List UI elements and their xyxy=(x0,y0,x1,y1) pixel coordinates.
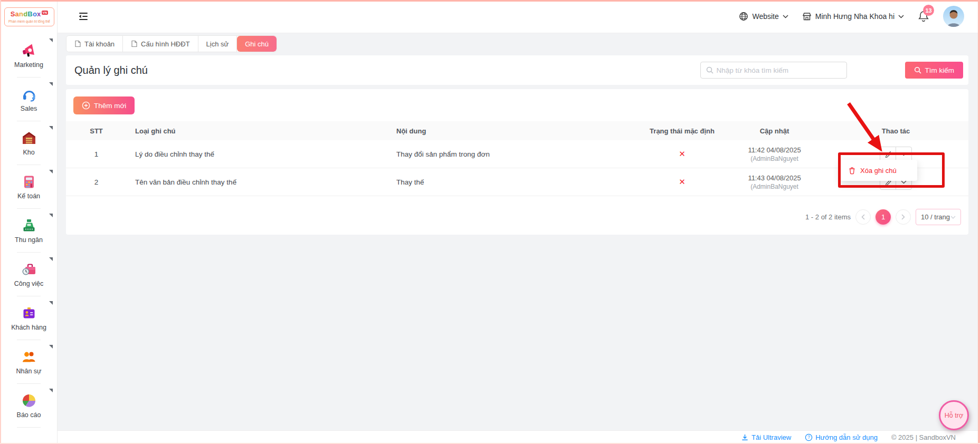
search-button[interactable]: Tìm kiếm xyxy=(905,62,964,79)
support-button[interactable]: Hỗ trợ xyxy=(939,400,969,430)
website-menu-label: Website xyxy=(752,12,778,21)
tab-label: Ghi chú xyxy=(245,40,269,48)
prev-page-button[interactable] xyxy=(855,209,871,225)
sidebar-item-bao-cao[interactable]: Báo cáo xyxy=(0,384,58,428)
sidebar-item-label: Thu ngân xyxy=(15,236,43,244)
table-row: 2 Tên văn bản điều chỉnh thay thế Thay t… xyxy=(66,168,968,196)
column-header-stt: STT xyxy=(66,127,127,135)
brand-logo[interactable]: SandBoxVN Phần mềm quản trị tổng thể xyxy=(4,7,54,26)
sidebar-item-label: Kho xyxy=(23,149,34,156)
add-new-button[interactable]: Thêm mới xyxy=(73,96,135,114)
not-default-x-icon: ✕ xyxy=(679,149,686,158)
sidebar-item-label: Công việc xyxy=(14,280,44,287)
megaphone-icon xyxy=(21,43,37,59)
chevron-left-icon xyxy=(861,214,865,220)
sidebar-item-thu-ngan[interactable]: Thu ngân xyxy=(0,209,58,253)
svg-text:?: ? xyxy=(807,435,810,440)
page-header-card: Quản lý ghi chú Tìm kiếm xyxy=(66,55,968,85)
cell-updated-by: (AdminBaNguyet xyxy=(726,182,823,191)
pencil-icon xyxy=(884,150,892,158)
chevron-down-icon xyxy=(950,216,956,219)
tab-ghi-chu[interactable]: Ghi chú xyxy=(237,36,277,52)
notes-card: Thêm mới STT Loại ghi chú Nội dung Trạng… xyxy=(66,89,968,235)
id-card-icon xyxy=(21,305,37,321)
user-guide-link[interactable]: ? Hướng dẫn sử dụng xyxy=(805,433,878,441)
not-default-x-icon: ✕ xyxy=(679,177,686,186)
sidebar-item-kho[interactable]: Kho xyxy=(0,121,58,165)
trash-icon xyxy=(848,167,856,175)
pagination: 1 - 2 of 2 items 1 10 / trang xyxy=(66,209,961,225)
search-input[interactable] xyxy=(717,66,841,74)
sidebar-item-sales[interactable]: Sales xyxy=(0,78,58,121)
corner-marker-icon xyxy=(49,170,53,173)
brand-badge: VN xyxy=(42,11,49,15)
topbar: Website Minh Hưng Nha Khoa hi 13 xyxy=(58,0,980,33)
cell-note-type: Lý do điều chỉnh thay thế xyxy=(127,150,388,158)
pagination-summary: 1 - 2 of 2 items xyxy=(805,213,851,221)
download-ultraview-link[interactable]: Tải Ultraview xyxy=(741,433,791,441)
sidebar-item-label: Kế toán xyxy=(17,192,40,200)
sidebar-item-label: Sales xyxy=(21,105,37,112)
corner-marker-icon xyxy=(49,257,53,261)
chevron-down-icon xyxy=(901,152,907,156)
cash-register-icon xyxy=(21,218,37,234)
tab-tai-khoan[interactable]: Tài khoản xyxy=(66,36,123,52)
sidebar-item-label: Marketing xyxy=(14,61,43,69)
chevron-right-icon xyxy=(901,214,905,220)
sidebar-item-khach-hang[interactable]: Khách hàng xyxy=(0,296,58,340)
main-content: Tài khoản Cấu hình HĐĐT Lịch sử Ghi chú … xyxy=(58,33,980,444)
page-size-select[interactable]: 10 / trang xyxy=(916,209,961,225)
sidebar-item-cong-viec[interactable]: Công việc xyxy=(0,253,58,296)
download-icon xyxy=(741,433,749,441)
chevron-down-icon xyxy=(898,15,904,18)
avatar[interactable] xyxy=(943,6,964,27)
cell-note-type: Tên văn bản điều chỉnh thay thế xyxy=(127,178,388,186)
cell-stt: 1 xyxy=(66,150,127,158)
search-icon xyxy=(706,66,713,74)
delete-note-menu-item[interactable]: Xóa ghi chú xyxy=(860,167,897,175)
sidebar-item-label: Báo cáo xyxy=(17,411,41,419)
corner-marker-icon xyxy=(49,301,53,305)
store-menu-label: Minh Hưng Nha Khoa hi xyxy=(815,12,895,21)
column-header-trang-thai: Trạng thái mặc định xyxy=(639,127,726,135)
cell-content: Thay thế xyxy=(388,178,639,186)
next-page-button[interactable] xyxy=(896,209,911,225)
page-size-value: 10 / trang xyxy=(921,213,950,221)
tab-label: Lịch sử xyxy=(206,40,229,48)
notification-badge: 13 xyxy=(923,5,934,16)
tab-cau-hinh-hddt[interactable]: Cấu hình HĐĐT xyxy=(123,36,198,52)
website-menu[interactable]: Website xyxy=(739,12,788,21)
column-header-thao-tac: Thao tác xyxy=(823,127,968,135)
people-icon xyxy=(21,349,37,365)
corner-marker-icon xyxy=(49,214,53,217)
cell-updated-by: (AdminBaNguyet xyxy=(726,155,823,163)
corner-marker-icon xyxy=(49,82,53,86)
store-icon xyxy=(802,12,812,21)
globe-icon xyxy=(739,12,748,21)
tab-lich-su[interactable]: Lịch sử xyxy=(198,36,237,52)
sidebar-item-label: Nhân sự xyxy=(16,368,42,375)
chevron-down-icon xyxy=(783,15,788,18)
page-1-button[interactable]: 1 xyxy=(876,209,891,225)
briefcase-icon xyxy=(21,262,37,277)
search-icon xyxy=(914,66,921,74)
headset-icon xyxy=(21,86,37,102)
sidebar-item-nhan-su[interactable]: Nhân sự xyxy=(0,340,58,384)
sidebar: SandBoxVN Phần mềm quản trị tổng thể Mar… xyxy=(0,0,58,444)
question-circle-icon: ? xyxy=(805,433,813,441)
notifications-button[interactable]: 13 xyxy=(918,10,929,23)
corner-marker-icon xyxy=(49,38,53,42)
brand-tagline: Phần mềm quản trị tổng thể xyxy=(8,20,50,23)
store-menu[interactable]: Minh Hưng Nha Khoa hi xyxy=(802,12,904,21)
tab-label: Cấu hình HĐĐT xyxy=(141,40,189,48)
sidebar-item-label: Khách hàng xyxy=(11,324,46,331)
menu-fold-icon[interactable] xyxy=(78,11,89,22)
tab-bar: Tài khoản Cấu hình HĐĐT Lịch sử Ghi chú xyxy=(66,35,277,52)
sidebar-item-ke-toan[interactable]: Kế toán xyxy=(0,165,58,209)
row-context-menu: Xóa ghi chú xyxy=(840,160,917,181)
notes-table: STT Loại ghi chú Nội dung Trạng thái mặc… xyxy=(66,121,968,196)
corner-marker-icon xyxy=(49,126,53,130)
cell-updated-time: 11:42 04/08/2025 xyxy=(726,146,823,155)
sidebar-item-marketing[interactable]: Marketing xyxy=(0,34,58,78)
table-header-row: STT Loại ghi chú Nội dung Trạng thái mặc… xyxy=(66,121,968,140)
